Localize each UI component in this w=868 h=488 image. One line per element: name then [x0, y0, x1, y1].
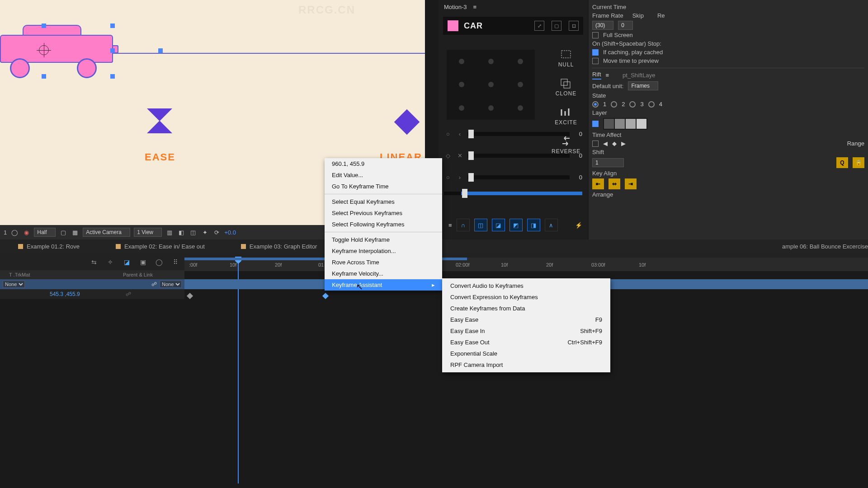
anchor-point-icon[interactable] — [39, 45, 49, 55]
menu-item[interactable]: Keyframe Velocity... — [325, 268, 442, 279]
ease-preset[interactable]: ∧ — [545, 219, 558, 231]
movetime-checkbox[interactable] — [592, 58, 599, 64]
ifcaching-checkbox[interactable] — [592, 49, 599, 56]
snapshot-icon[interactable]: ◯ — [10, 228, 19, 236]
motion-path-handle[interactable] — [158, 48, 163, 53]
comp-tab[interactable]: Example 02: Ease in/ Ease out — [116, 243, 205, 250]
layer-row[interactable]: None ☍ None — [0, 279, 184, 289]
roi-icon[interactable]: ▢ — [59, 228, 67, 236]
layer-thumbs[interactable] — [603, 118, 647, 130]
excite-button[interactable]: EXCITE — [552, 107, 580, 126]
menu-item[interactable]: Select Previous Keyframes — [325, 207, 442, 219]
camera-dropdown[interactable]: Active Camera — [83, 228, 130, 237]
selection-handle[interactable] — [42, 23, 46, 28]
menu-item[interactable]: Keyframe Interpolation... — [325, 245, 442, 257]
position-values[interactable]: 545.3 ,455.9 — [50, 291, 80, 297]
skip-input[interactable]: 0 — [618, 21, 633, 30]
bolt-icon[interactable]: ⚡ — [575, 222, 582, 229]
menu-item[interactable]: Edit Value... — [325, 169, 442, 181]
state-radio-3[interactable] — [629, 101, 636, 108]
trkmat-select[interactable]: None — [3, 281, 25, 288]
channel-icon[interactable]: ◉ — [22, 228, 30, 236]
playhead[interactable] — [238, 258, 239, 483]
exposure-value[interactable]: +0.0 — [224, 229, 236, 236]
selection-handle[interactable] — [110, 74, 115, 79]
icon3[interactable]: ◫ — [189, 228, 197, 236]
icon5[interactable]: ⟳ — [212, 228, 221, 236]
slider-1[interactable]: ○ ‹ 0 — [444, 126, 582, 142]
tl-icon[interactable]: ✧ — [104, 256, 117, 268]
menu-item[interactable]: Toggle Hold Keyframe — [325, 234, 442, 245]
grid-icon[interactable]: ▦ — [71, 228, 79, 236]
shift-input[interactable] — [592, 158, 624, 167]
shy-icon[interactable]: ◪ — [120, 256, 133, 268]
tl-icon[interactable]: ⠿ — [169, 256, 182, 268]
lock-button[interactable]: 🔒 — [853, 157, 864, 168]
selection-handle[interactable] — [110, 48, 115, 53]
defaultunit-select[interactable]: Frames — [628, 81, 658, 90]
comp-tab[interactable]: ample 06: Ball Bounce Excercise — [782, 243, 868, 250]
icon4[interactable]: ✦ — [201, 228, 209, 236]
menu-item[interactable]: Select Equal Keyframes — [325, 196, 442, 207]
close-icon[interactable]: ✕ — [456, 152, 464, 159]
submenu-item-easy-ease[interactable]: Easy EaseF9 — [442, 314, 610, 325]
anchor-point-grid[interactable] — [447, 50, 535, 120]
selection-handle[interactable] — [42, 74, 46, 79]
hamburger-icon[interactable]: ≡ — [448, 222, 452, 229]
keyframe-selected[interactable] — [322, 293, 329, 299]
layer-checkbox[interactable] — [592, 121, 599, 127]
slider-3[interactable]: ○ › 0 — [444, 169, 582, 185]
state-radio-4[interactable] — [648, 101, 655, 108]
keyframe[interactable] — [187, 293, 193, 299]
slider-2[interactable]: ◇ ✕ 0 — [444, 147, 582, 164]
time-ruler[interactable]: :00f 10f 20f 01 02:00f 10f 20f 03:00f 10… — [184, 258, 868, 271]
keyalign-btn[interactable]: ⇥ — [625, 178, 637, 189]
tl-icon[interactable]: ◯ — [153, 256, 165, 268]
shiftlayer-tab[interactable]: pt_ShiftLaye — [623, 72, 655, 79]
menu-item[interactable]: Select Following Keyframes — [325, 219, 442, 230]
views-dropdown[interactable]: 1 View — [134, 228, 162, 237]
chip-icon[interactable]: ⤢ — [534, 21, 544, 31]
ease-preset[interactable]: ◩ — [509, 219, 523, 231]
submenu-item[interactable]: Convert Expression to Keyframes — [442, 291, 610, 303]
hamburger-icon[interactable]: ≡ — [606, 72, 609, 79]
comp-tab[interactable]: Example 03: Graph Editor — [241, 243, 317, 250]
submenu-item-easy-ease-in[interactable]: Easy Ease InShift+F9 — [442, 325, 610, 337]
timeaffect-checkbox[interactable] — [592, 141, 599, 147]
submenu-item[interactable]: RPF Camera Import — [442, 359, 610, 371]
resolution-dropdown[interactable]: Half — [34, 228, 56, 237]
chip-icon[interactable]: ▢ — [552, 21, 561, 31]
submenu-item-easy-ease-out[interactable]: Easy Ease OutCtrl+Shift+F9 — [442, 337, 610, 348]
comp-tab[interactable]: Example 01.2: Rove — [18, 243, 80, 250]
selection-handle[interactable] — [110, 23, 115, 28]
tl-icon[interactable]: ⇆ — [88, 256, 100, 268]
pickwhip-icon[interactable]: ☍ — [126, 291, 131, 297]
arrow-right-icon[interactable]: › — [456, 174, 464, 181]
fullscreen-checkbox[interactable] — [592, 32, 599, 38]
arrow-right-icon[interactable]: ▶ — [621, 140, 626, 147]
keyalign-btn[interactable]: ⇤ — [592, 178, 604, 189]
submenu-item[interactable]: Create Keyframes from Data — [442, 303, 610, 314]
menu-item[interactable]: Rove Across Time — [325, 257, 442, 268]
icon1[interactable]: ▥ — [165, 228, 174, 236]
hamburger-icon[interactable]: ≡ — [473, 4, 477, 10]
null-button[interactable]: NULL — [552, 49, 580, 68]
ease-preset[interactable]: ◫ — [474, 219, 487, 231]
submenu-item[interactable]: Convert Audio to Keyframes — [442, 280, 610, 291]
position-property-row[interactable]: 545.3 ,455.9 ☍ — [0, 289, 184, 299]
ease-preset[interactable]: ◪ — [492, 219, 505, 231]
q-button[interactable]: Q — [836, 157, 848, 168]
range-slider[interactable] — [444, 187, 582, 201]
icon2[interactable]: ◧ — [177, 228, 185, 236]
ease-preset[interactable]: ◨ — [527, 219, 540, 231]
state-radio-2[interactable] — [611, 101, 617, 108]
state-radio-1[interactable] — [592, 101, 599, 108]
framerate-select[interactable]: (30) — [592, 21, 613, 30]
clone-button[interactable]: CLONE — [552, 78, 580, 97]
arrow-left-icon[interactable]: ‹ — [456, 131, 464, 137]
keyalign-btn[interactable]: ⇔ — [609, 178, 620, 189]
keyframe-assistant-menu-item[interactable]: Keyframe Assistant — [325, 279, 442, 291]
ease-preset[interactable]: ∩ — [457, 219, 470, 231]
link-icon[interactable]: ☍ — [151, 281, 157, 287]
car-layer[interactable] — [0, 25, 118, 77]
